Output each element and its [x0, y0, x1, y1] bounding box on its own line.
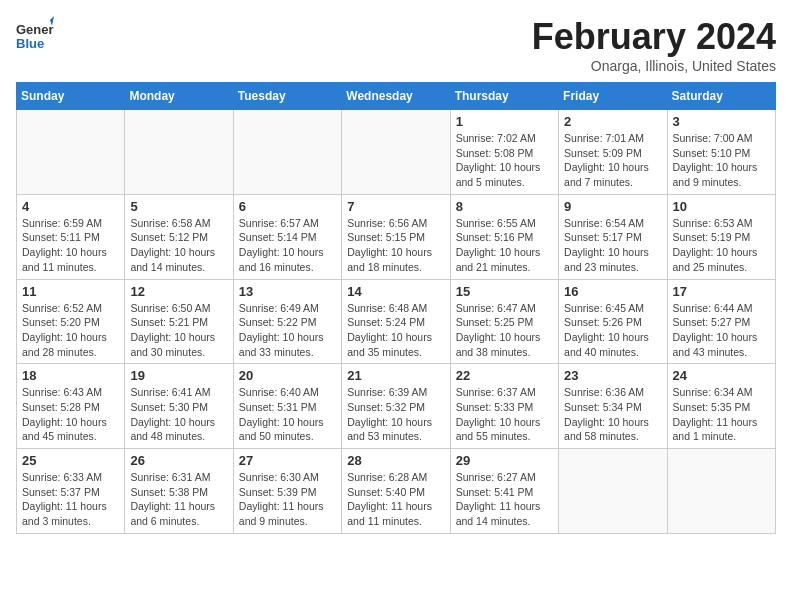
calendar-cell — [667, 449, 775, 534]
day-number: 24 — [673, 368, 770, 383]
day-info: Sunrise: 6:31 AMSunset: 5:38 PMDaylight:… — [130, 470, 227, 529]
calendar-table: SundayMondayTuesdayWednesdayThursdayFrid… — [16, 82, 776, 534]
calendar-week-row: 4Sunrise: 6:59 AMSunset: 5:11 PMDaylight… — [17, 194, 776, 279]
day-number: 8 — [456, 199, 553, 214]
calendar-cell: 29Sunrise: 6:27 AMSunset: 5:41 PMDayligh… — [450, 449, 558, 534]
calendar-cell: 6Sunrise: 6:57 AMSunset: 5:14 PMDaylight… — [233, 194, 341, 279]
calendar-cell: 7Sunrise: 6:56 AMSunset: 5:15 PMDaylight… — [342, 194, 450, 279]
weekday-header-friday: Friday — [559, 83, 667, 110]
weekday-header-wednesday: Wednesday — [342, 83, 450, 110]
day-number: 5 — [130, 199, 227, 214]
logo-bird-icon: General Blue — [16, 16, 54, 58]
day-number: 11 — [22, 284, 119, 299]
day-info: Sunrise: 6:33 AMSunset: 5:37 PMDaylight:… — [22, 470, 119, 529]
day-number: 29 — [456, 453, 553, 468]
calendar-cell: 1Sunrise: 7:02 AMSunset: 5:08 PMDaylight… — [450, 110, 558, 195]
day-info: Sunrise: 6:43 AMSunset: 5:28 PMDaylight:… — [22, 385, 119, 444]
title-block: February 2024 Onarga, Illinois, United S… — [532, 16, 776, 74]
day-number: 19 — [130, 368, 227, 383]
day-number: 16 — [564, 284, 661, 299]
calendar-cell: 20Sunrise: 6:40 AMSunset: 5:31 PMDayligh… — [233, 364, 341, 449]
day-info: Sunrise: 6:28 AMSunset: 5:40 PMDaylight:… — [347, 470, 444, 529]
day-info: Sunrise: 6:27 AMSunset: 5:41 PMDaylight:… — [456, 470, 553, 529]
day-info: Sunrise: 6:41 AMSunset: 5:30 PMDaylight:… — [130, 385, 227, 444]
calendar-cell: 21Sunrise: 6:39 AMSunset: 5:32 PMDayligh… — [342, 364, 450, 449]
day-info: Sunrise: 6:48 AMSunset: 5:24 PMDaylight:… — [347, 301, 444, 360]
calendar-cell: 9Sunrise: 6:54 AMSunset: 5:17 PMDaylight… — [559, 194, 667, 279]
day-number: 21 — [347, 368, 444, 383]
day-info: Sunrise: 6:47 AMSunset: 5:25 PMDaylight:… — [456, 301, 553, 360]
calendar-cell — [233, 110, 341, 195]
day-info: Sunrise: 6:50 AMSunset: 5:21 PMDaylight:… — [130, 301, 227, 360]
day-number: 9 — [564, 199, 661, 214]
logo: General Blue — [16, 16, 58, 58]
day-info: Sunrise: 6:53 AMSunset: 5:19 PMDaylight:… — [673, 216, 770, 275]
weekday-header-monday: Monday — [125, 83, 233, 110]
calendar-cell: 16Sunrise: 6:45 AMSunset: 5:26 PMDayligh… — [559, 279, 667, 364]
day-info: Sunrise: 6:39 AMSunset: 5:32 PMDaylight:… — [347, 385, 444, 444]
day-number: 27 — [239, 453, 336, 468]
day-info: Sunrise: 6:55 AMSunset: 5:16 PMDaylight:… — [456, 216, 553, 275]
day-info: Sunrise: 6:30 AMSunset: 5:39 PMDaylight:… — [239, 470, 336, 529]
day-info: Sunrise: 6:58 AMSunset: 5:12 PMDaylight:… — [130, 216, 227, 275]
calendar-cell: 10Sunrise: 6:53 AMSunset: 5:19 PMDayligh… — [667, 194, 775, 279]
calendar-cell: 8Sunrise: 6:55 AMSunset: 5:16 PMDaylight… — [450, 194, 558, 279]
day-number: 14 — [347, 284, 444, 299]
day-number: 7 — [347, 199, 444, 214]
day-info: Sunrise: 6:52 AMSunset: 5:20 PMDaylight:… — [22, 301, 119, 360]
weekday-header-thursday: Thursday — [450, 83, 558, 110]
day-number: 18 — [22, 368, 119, 383]
calendar-cell: 27Sunrise: 6:30 AMSunset: 5:39 PMDayligh… — [233, 449, 341, 534]
logo-container: General Blue — [16, 16, 58, 58]
day-number: 17 — [673, 284, 770, 299]
calendar-cell: 13Sunrise: 6:49 AMSunset: 5:22 PMDayligh… — [233, 279, 341, 364]
location-title: Onarga, Illinois, United States — [532, 58, 776, 74]
calendar-cell: 23Sunrise: 6:36 AMSunset: 5:34 PMDayligh… — [559, 364, 667, 449]
day-number: 28 — [347, 453, 444, 468]
day-number: 2 — [564, 114, 661, 129]
weekday-header-saturday: Saturday — [667, 83, 775, 110]
calendar-cell: 22Sunrise: 6:37 AMSunset: 5:33 PMDayligh… — [450, 364, 558, 449]
calendar-cell: 25Sunrise: 6:33 AMSunset: 5:37 PMDayligh… — [17, 449, 125, 534]
day-info: Sunrise: 6:44 AMSunset: 5:27 PMDaylight:… — [673, 301, 770, 360]
calendar-cell: 17Sunrise: 6:44 AMSunset: 5:27 PMDayligh… — [667, 279, 775, 364]
day-info: Sunrise: 6:45 AMSunset: 5:26 PMDaylight:… — [564, 301, 661, 360]
calendar-cell: 4Sunrise: 6:59 AMSunset: 5:11 PMDaylight… — [17, 194, 125, 279]
day-number: 4 — [22, 199, 119, 214]
calendar-cell — [342, 110, 450, 195]
day-number: 26 — [130, 453, 227, 468]
day-info: Sunrise: 6:56 AMSunset: 5:15 PMDaylight:… — [347, 216, 444, 275]
weekday-header-row: SundayMondayTuesdayWednesdayThursdayFrid… — [17, 83, 776, 110]
calendar-cell: 3Sunrise: 7:00 AMSunset: 5:10 PMDaylight… — [667, 110, 775, 195]
calendar-cell — [125, 110, 233, 195]
page-header: General Blue February 2024 Onarga, Illin… — [16, 16, 776, 74]
calendar-cell — [559, 449, 667, 534]
day-number: 3 — [673, 114, 770, 129]
day-info: Sunrise: 6:40 AMSunset: 5:31 PMDaylight:… — [239, 385, 336, 444]
calendar-cell: 15Sunrise: 6:47 AMSunset: 5:25 PMDayligh… — [450, 279, 558, 364]
calendar-cell: 11Sunrise: 6:52 AMSunset: 5:20 PMDayligh… — [17, 279, 125, 364]
day-info: Sunrise: 7:02 AMSunset: 5:08 PMDaylight:… — [456, 131, 553, 190]
calendar-week-row: 11Sunrise: 6:52 AMSunset: 5:20 PMDayligh… — [17, 279, 776, 364]
calendar-week-row: 18Sunrise: 6:43 AMSunset: 5:28 PMDayligh… — [17, 364, 776, 449]
day-info: Sunrise: 6:37 AMSunset: 5:33 PMDaylight:… — [456, 385, 553, 444]
calendar-cell: 24Sunrise: 6:34 AMSunset: 5:35 PMDayligh… — [667, 364, 775, 449]
day-info: Sunrise: 6:36 AMSunset: 5:34 PMDaylight:… — [564, 385, 661, 444]
svg-text:General: General — [16, 22, 54, 37]
calendar-cell: 19Sunrise: 6:41 AMSunset: 5:30 PMDayligh… — [125, 364, 233, 449]
calendar-cell: 2Sunrise: 7:01 AMSunset: 5:09 PMDaylight… — [559, 110, 667, 195]
day-info: Sunrise: 6:59 AMSunset: 5:11 PMDaylight:… — [22, 216, 119, 275]
calendar-cell: 5Sunrise: 6:58 AMSunset: 5:12 PMDaylight… — [125, 194, 233, 279]
day-number: 12 — [130, 284, 227, 299]
day-number: 20 — [239, 368, 336, 383]
calendar-cell: 12Sunrise: 6:50 AMSunset: 5:21 PMDayligh… — [125, 279, 233, 364]
day-info: Sunrise: 6:54 AMSunset: 5:17 PMDaylight:… — [564, 216, 661, 275]
day-number: 6 — [239, 199, 336, 214]
weekday-header-sunday: Sunday — [17, 83, 125, 110]
calendar-cell: 14Sunrise: 6:48 AMSunset: 5:24 PMDayligh… — [342, 279, 450, 364]
month-title: February 2024 — [532, 16, 776, 58]
calendar-cell: 18Sunrise: 6:43 AMSunset: 5:28 PMDayligh… — [17, 364, 125, 449]
calendar-cell: 26Sunrise: 6:31 AMSunset: 5:38 PMDayligh… — [125, 449, 233, 534]
day-number: 25 — [22, 453, 119, 468]
svg-text:Blue: Blue — [16, 36, 44, 51]
